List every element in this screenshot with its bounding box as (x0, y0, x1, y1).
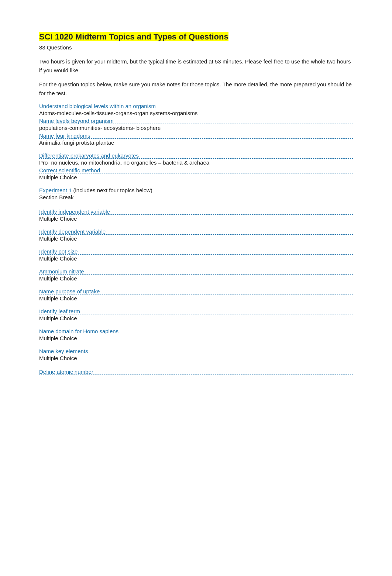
question-type-name-purpose-uptake: Multiple Choice (39, 295, 353, 301)
title-section: SCI 1020 Midterm Topics and Types of Que… (39, 30, 353, 51)
topic-item: Name four kingdoms Animalia-fungi-protis… (39, 132, 353, 146)
topic-group-key-elements: Name key elements Multiple Choice (39, 348, 353, 361)
question-type-name-key-elements: Multiple Choice (39, 355, 353, 361)
topic-detail-understand-biological: Atoms-molecules-cells-tissues-organs-org… (39, 110, 353, 116)
question-type-ammonium-nitrate: Multiple Choice (39, 275, 353, 282)
topic-group-pot-size: Identify pot size Multiple Choice (39, 248, 353, 262)
description-1: Two hours is given for your midterm, but… (39, 57, 353, 75)
topic-link-experiment1[interactable]: Experiment 1 (39, 187, 72, 193)
question-type-identify-dependent: Multiple Choice (39, 235, 353, 242)
topic-group-leaf-term: Identify leaf term Multiple Choice (39, 308, 353, 321)
topic-link-identify-pot-size[interactable]: Identify pot size (39, 248, 353, 255)
page-wrapper: SCI 1020 Midterm Topics and Types of Que… (39, 30, 353, 375)
topic-item: Name domain for Homo sapiens Multiple Ch… (39, 328, 353, 341)
topic-item: Identify pot size Multiple Choice (39, 248, 353, 262)
topic-link-identify-dependent[interactable]: Identify dependent variable (39, 228, 353, 235)
question-type-identify-pot-size: Multiple Choice (39, 255, 353, 262)
topic-link-differentiate-prokaryotes[interactable]: Differentiate prokaryotes and eukaryotes (39, 152, 353, 159)
experiment1-suffix: (includes next four topics below) (72, 187, 152, 193)
topic-group-biology: Understand biological levels within an o… (39, 103, 353, 146)
topic-item: Define atomic number (39, 369, 353, 375)
question-type-experiment1: Section Break (39, 194, 353, 200)
topic-item: Identify leaf term Multiple Choice (39, 308, 353, 321)
topic-link-correct-scientific-method[interactable]: Correct scientific method (39, 167, 353, 173)
topic-item: Identify dependent variable Multiple Cho… (39, 228, 353, 242)
topic-link-understand-biological[interactable]: Understand biological levels within an o… (39, 103, 353, 109)
topic-link-name-domain-homo-sapiens[interactable]: Name domain for Homo sapiens (39, 328, 353, 334)
topic-item: Name purpose of uptake Multiple Choice (39, 288, 353, 301)
topic-group-uptake: Name purpose of uptake Multiple Choice (39, 288, 353, 301)
question-type-correct-scientific: Multiple Choice (39, 174, 353, 180)
topic-link-identify-independent[interactable]: Identify independent variable (39, 208, 353, 215)
topic-group-experiment1: Experiment 1 (includes next four topics … (39, 187, 353, 200)
topic-link-define-atomic-number[interactable]: Define atomic number (39, 369, 353, 375)
topic-item: Name key elements Multiple Choice (39, 348, 353, 361)
topic-link-name-four-kingdoms[interactable]: Name four kingdoms (39, 132, 353, 139)
topic-group-ammonium: Ammonium nitrate Multiple Choice (39, 268, 353, 282)
page-title: SCI 1020 Midterm Topics and Types of Que… (39, 32, 228, 41)
description-2: For the question topics below, make sure… (39, 80, 353, 98)
question-type-identify-leaf-term: Multiple Choice (39, 315, 353, 321)
question-type-name-domain-homo-sapiens: Multiple Choice (39, 335, 353, 341)
topic-link-name-purpose-uptake[interactable]: Name purpose of uptake (39, 288, 353, 294)
question-type-identify-independent: Multiple Choice (39, 215, 353, 222)
topic-group-dependent-var: Identify dependent variable Multiple Cho… (39, 228, 353, 242)
topic-item: Differentiate prokaryotes and eukaryotes… (39, 152, 353, 166)
topic-link-identify-leaf-term[interactable]: Identify leaf term (39, 308, 353, 314)
topic-item: Understand biological levels within an o… (39, 103, 353, 116)
topic-group-independent-var: Identify independent variable Multiple C… (39, 208, 353, 222)
topic-link-name-key-elements[interactable]: Name key elements (39, 348, 353, 354)
topic-item: Name levels beyond organism populations-… (39, 118, 353, 131)
question-count: 83 Questions (39, 44, 353, 51)
topic-group-atomic-number: Define atomic number (39, 369, 353, 375)
topic-item: Correct scientific method Multiple Choic… (39, 167, 353, 180)
topic-detail-name-four-kingdoms: Animalia-fungi-protista-plantae (39, 139, 353, 146)
topic-detail-differentiate-prokaryotes: Pro- no nucleus, no mitochondria, no org… (39, 159, 353, 166)
topic-detail-name-levels-beyond: populations-communities- ecosystems- bio… (39, 125, 353, 131)
topic-item-experiment1: Experiment 1 (includes next four topics … (39, 187, 353, 200)
topic-item: Ammonium nitrate Multiple Choice (39, 268, 353, 282)
topic-link-ammonium-nitrate[interactable]: Ammonium nitrate (39, 268, 353, 275)
topic-item: Identify independent variable Multiple C… (39, 208, 353, 222)
topic-link-name-levels-beyond[interactable]: Name levels beyond organism (39, 118, 353, 124)
topic-group-prokaryotes: Differentiate prokaryotes and eukaryotes… (39, 152, 353, 180)
topic-group-homo-sapiens: Name domain for Homo sapiens Multiple Ch… (39, 328, 353, 341)
